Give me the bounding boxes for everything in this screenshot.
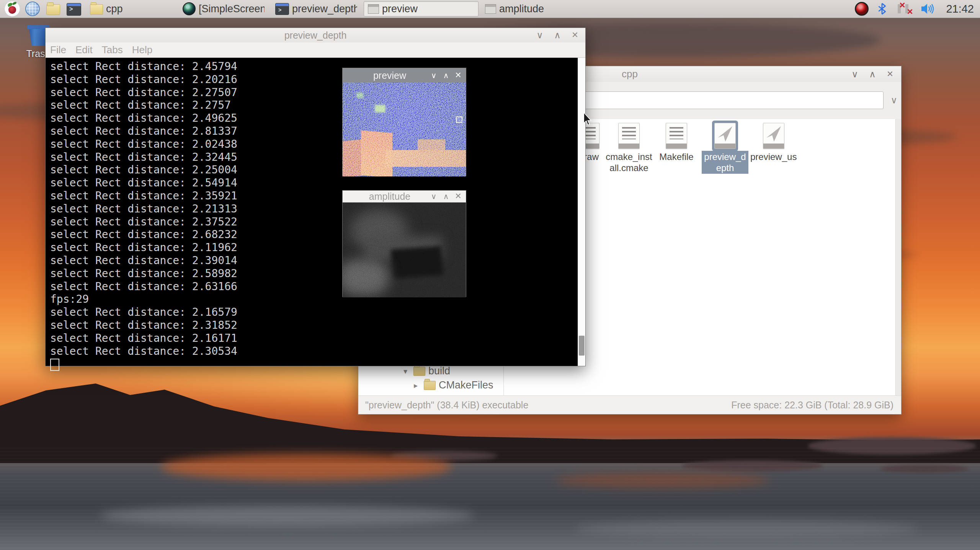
amplitude-title: amplitude <box>343 191 437 202</box>
terminal-output-line: select Rect distance: 2.37522 <box>50 215 578 228</box>
terminal-menu-item[interactable]: Help <box>132 44 152 56</box>
preview-title: preview <box>343 70 437 81</box>
file-item[interactable]: cmake_install.cmake <box>606 123 652 174</box>
depth-noise-overlay <box>343 83 466 176</box>
close-icon[interactable] <box>885 69 895 79</box>
terminal-output-line: fps:29 <box>50 293 578 306</box>
selection-info: "preview_depth" (38.4 KiB) executable <box>358 400 528 411</box>
terminal-output-line: select Rect distance: 2.54914 <box>50 176 578 189</box>
task-label: [SimpleScreenRecord... <box>199 3 265 15</box>
amplitude-titlebar[interactable]: amplitude <box>343 191 466 202</box>
amplitude-window: amplitude <box>342 190 466 297</box>
terminal-output-line: select Rect distance: 2.11962 <box>50 241 578 254</box>
terminal-output-line: select Rect distance: 2.32445 <box>50 151 578 164</box>
water-texture <box>0 448 980 550</box>
taskbar-task-button[interactable]: amplitude <box>481 1 571 16</box>
chevron-down-icon[interactable]: ∨ <box>890 95 897 106</box>
depth-image[interactable] <box>343 83 466 176</box>
file-item[interactable]: preview_usb <box>750 123 797 163</box>
maximize-icon[interactable] <box>442 71 450 80</box>
taskbar-task-button[interactable]: preview <box>364 1 479 16</box>
bluetooth-icon[interactable] <box>877 2 887 15</box>
maximize-icon[interactable] <box>552 31 562 40</box>
maximize-icon[interactable] <box>867 70 877 79</box>
terminal-menu-item[interactable]: Edit <box>75 44 93 56</box>
taskbar: cpp [SimpleScreenRecord... preview_depth… <box>0 0 980 18</box>
volume-icon[interactable] <box>921 2 938 15</box>
terminal-menu-item[interactable]: Tabs <box>102 44 123 56</box>
preview-titlebar[interactable]: preview <box>343 68 466 83</box>
scrollbar-thumb[interactable] <box>579 336 585 356</box>
minimize-icon[interactable] <box>430 71 438 80</box>
launcher-icon[interactable] <box>45 1 60 16</box>
taskbar-clock[interactable]: 21:42 <box>946 3 974 15</box>
terminal-menu-item[interactable]: File <box>50 44 66 56</box>
terminal-menubar: FileEditTabsHelp <box>46 42 585 58</box>
task-button-area: cpp [SimpleScreenRecord... preview_depth… <box>86 1 573 16</box>
terminal-output-line: select Rect distance: 2.81337 <box>50 125 578 138</box>
maximize-icon[interactable] <box>442 192 450 201</box>
terminal-output-line: select Rect distance: 2.63166 <box>50 280 578 293</box>
file-icon <box>666 123 687 149</box>
terminal-window: preview_depth FileEditTabsHelp select Re… <box>45 28 586 366</box>
close-icon[interactable] <box>454 70 462 80</box>
terminal-output-line: select Rect distance: 2.49625 <box>50 112 578 125</box>
minimize-icon[interactable] <box>535 31 545 40</box>
terminal-output-line: select Rect distance: 2.35921 <box>50 189 578 202</box>
select-rect-marker <box>456 116 462 123</box>
terminal-output: select Rect distance: 2.45794select Rect… <box>46 58 578 366</box>
terminal-output-line: select Rect distance: 2.27507 <box>50 86 578 99</box>
recorder-tray-icon[interactable] <box>855 2 869 16</box>
launcher-area <box>0 1 81 16</box>
task-icon <box>485 4 496 14</box>
file-icon <box>618 123 640 149</box>
task-icon <box>183 2 196 15</box>
terminal-output-line: select Rect distance: 2.68232 <box>50 228 578 241</box>
task-icon <box>90 4 103 15</box>
terminal-output-line: select Rect distance: 2.16171 <box>50 332 578 345</box>
terminal-output-line: select Rect distance: 2.58982 <box>50 267 578 280</box>
scrollbar[interactable] <box>895 119 901 396</box>
file-icon <box>763 123 784 149</box>
system-tray: ×× 21:42 <box>855 2 980 16</box>
file-item[interactable]: preview_depth <box>702 123 748 174</box>
launcher-icon[interactable] <box>66 1 81 16</box>
amplitude-image[interactable] <box>343 202 466 297</box>
taskbar-task-button[interactable]: preview_depth <box>271 1 361 16</box>
launcher-icon[interactable] <box>5 1 20 16</box>
task-label: cpp <box>106 3 123 15</box>
file-name-label: preview_usb <box>750 151 797 163</box>
file-name-label: preview_depth <box>702 151 748 174</box>
task-label: preview_depth <box>292 3 357 15</box>
network-disconnected-icon[interactable]: ×× <box>895 2 912 15</box>
terminal-output-line: select Rect distance: 2.30534 <box>50 345 578 358</box>
terminal-output-line: select Rect distance: 2.20216 <box>50 73 578 86</box>
task-label: amplitude <box>499 3 544 15</box>
close-icon[interactable] <box>454 191 462 201</box>
terminal-scrollbar[interactable] <box>578 58 585 366</box>
task-icon <box>275 3 289 15</box>
terminal-output-line: select Rect distance: 2.31852 <box>50 319 578 332</box>
file-item[interactable]: Makefile <box>653 123 700 163</box>
file-name-label: cmake_install.cmake <box>606 151 652 174</box>
terminal-title: preview_depth <box>46 28 585 42</box>
terminal-titlebar[interactable]: preview_depth <box>46 28 585 43</box>
minimize-icon[interactable] <box>850 70 860 79</box>
desktop-screen: { "taskbar": { "launchers": [ {"icon": "… <box>0 0 980 550</box>
terminal-body[interactable]: select Rect distance: 2.45794select Rect… <box>46 58 585 366</box>
preview-window: preview <box>342 68 466 176</box>
file-manager-statusbar: "preview_depth" (38.4 KiB) executable Fr… <box>358 395 901 414</box>
launcher-icon[interactable] <box>25 2 40 16</box>
task-icon <box>368 4 379 14</box>
minimize-icon[interactable] <box>430 192 438 201</box>
taskbar-task-button[interactable]: [SimpleScreenRecord... <box>178 1 269 16</box>
terminal-output-line: select Rect distance: 2.45794 <box>50 60 578 73</box>
close-icon[interactable] <box>570 30 580 40</box>
mouse-cursor <box>582 113 592 126</box>
file-icon <box>714 123 736 149</box>
taskbar-task-button[interactable]: cpp <box>86 1 176 16</box>
free-space-info: Free space: 22.3 GiB (Total: 28.9 GiB) <box>731 400 901 411</box>
terminal-output-line: select Rect distance: 2.16579 <box>50 306 578 319</box>
terminal-cursor <box>50 359 59 371</box>
task-label: preview <box>382 3 418 15</box>
